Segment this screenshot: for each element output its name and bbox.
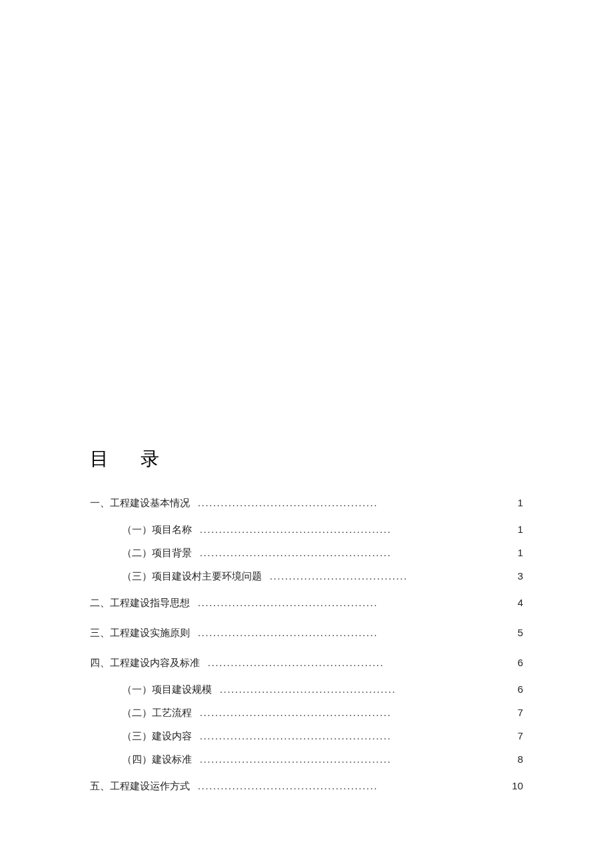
toc-entry: 三、工程建设实施原则..............................… [90,618,523,648]
toc-entry: 四、工程建设内容及标准.............................… [90,648,523,677]
document-page: 目录 一、工程建设基本情况...........................… [0,0,613,801]
toc-entry: 五、工程建设运作方式..............................… [90,771,523,801]
toc-entry-label: 四、工程建设内容及标准 [90,648,208,678]
toc-entry: （二）工艺流程.................................… [90,701,523,724]
toc-list: 一、工程建设基本情况..............................… [90,488,523,801]
toc-entry: 二、工程建设指导思想..............................… [90,588,523,618]
toc-entry-leader: ........................................… [198,771,378,801]
toc-entry-page: 3 [503,564,523,588]
toc-entry-leader: ........................................… [198,618,378,648]
toc-entry: （一）项目名称.................................… [90,518,523,541]
toc-entry-label: （三）项目建设村主要环境问题 [122,565,270,588]
toc-entry-page: 7 [503,701,523,724]
toc-entry-page: 6 [503,648,523,677]
toc-entry-label: （二）工艺流程 [122,701,200,725]
toc-entry: （三）建设内容.................................… [90,724,523,747]
toc-entry-page: 1 [503,488,523,518]
toc-entry-label: 一、工程建设基本情况 [90,488,198,518]
toc-entry-label: （一）项目名称 [122,518,200,542]
toc-entry-leader: ........................................… [200,542,392,565]
toc-entry-leader: ........................................… [198,488,378,518]
toc-entry: 一、工程建设基本情况..............................… [90,488,523,518]
toc-entry-label: （四）建设标准 [122,748,200,771]
toc-entry-leader: ........................................… [200,725,392,748]
toc-entry-leader: ........................................… [220,678,396,701]
toc-entry-page: 4 [503,588,523,618]
toc-entry-label: 三、工程建设实施原则 [90,618,198,648]
toc-entry: （一）项目建设规模...............................… [90,677,523,701]
toc-entry: （二）项目背景.................................… [90,541,523,564]
toc-entry-leader: .................................... [270,565,408,588]
toc-entry-label: （二）项目背景 [122,542,200,565]
toc-entry-label: 五、工程建设运作方式 [90,771,198,801]
toc-entry-label: （三）建设内容 [122,725,200,748]
toc-entry-leader: ........................................… [200,701,392,725]
toc-entry: （四）建设标准.................................… [90,747,523,771]
toc-entry-page: 1 [503,518,523,541]
toc-entry-label: 二、工程建设指导思想 [90,588,198,618]
toc-entry-page: 7 [503,724,523,747]
toc-entry-page: 8 [503,747,523,771]
toc-entry-page: 5 [503,618,523,648]
toc-entry: （三）项目建设村主要环境问题..........................… [90,564,523,588]
toc-entry-label: （一）项目建设规模 [122,678,220,701]
toc-title: 目录 [90,446,523,472]
toc-entry-page: 6 [503,677,523,701]
toc-entry-leader: ........................................… [200,748,392,771]
toc-entry-leader: ........................................… [198,588,378,618]
toc-entry-page: 10 [503,771,523,801]
toc-entry-leader: ........................................… [200,518,392,542]
toc-entry-leader: ........................................… [208,648,384,678]
toc-entry-page: 1 [503,541,523,564]
